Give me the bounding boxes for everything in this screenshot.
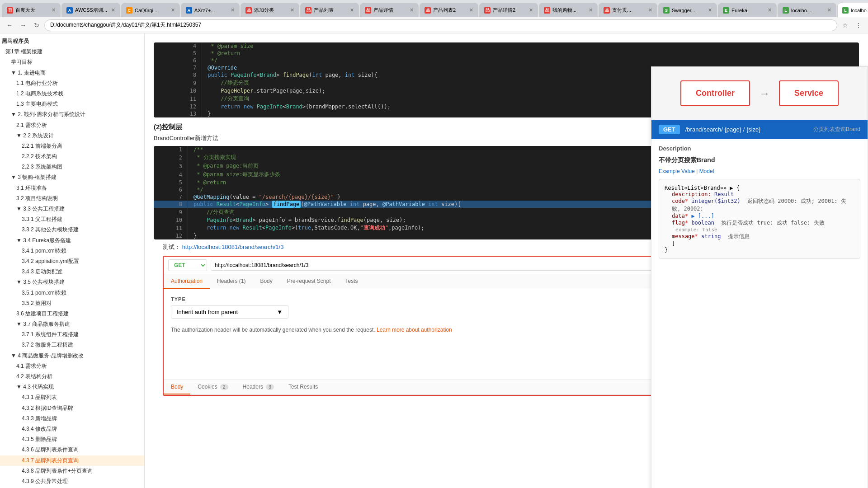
tab-close-product-detail[interactable]: ✕	[410, 7, 414, 13]
tab-eureka[interactable]: E Eureka ✕	[718, 3, 777, 17]
tab-close-baidu[interactable]: ✕	[52, 7, 56, 13]
sidebar-item-code-impl[interactable]: ▼ 4.3 代码实现	[0, 382, 144, 392]
bookmark-button[interactable]: ☆	[839, 19, 851, 31]
sidebar-item-sysarch[interactable]: 2.2.3 系统架构图	[0, 162, 144, 172]
sidebar-header: 黑马程序员	[0, 36, 144, 47]
type-select-bar[interactable]: Inherit auth from parent ▼	[171, 305, 288, 319]
sidebar-item-common[interactable]: ▼ 3.3 公共工程搭建	[0, 204, 144, 214]
test-url-link[interactable]: http://localhost:18081/brand/search/1/3	[182, 244, 284, 250]
tab-awcss[interactable]: A AWCSS培训... ✕	[61, 3, 120, 17]
sidebar-item-microservice-eng[interactable]: 3.7.2 微服务工程搭建	[0, 340, 144, 350]
controller-box[interactable]: Controller	[680, 80, 750, 106]
sidebar-item-policy[interactable]: 3.5.2 策用对	[0, 298, 144, 309]
tab-caq[interactable]: C CaQ0rqi... ✕	[121, 3, 180, 17]
sidebar-item-tech[interactable]: 1.2 电商系统技术栈	[0, 89, 144, 99]
schema-fields: description: Result code* integer($int32…	[672, 191, 854, 247]
tab-add-cat[interactable]: 品 添加分类 ✕	[241, 3, 299, 17]
example-value-link[interactable]: Example Value	[659, 168, 695, 174]
sidebar-item-modes[interactable]: 1.3 主要电商模式	[0, 99, 144, 109]
sidebar-item-industry[interactable]: 1.1 电商行业分析	[0, 78, 144, 89]
tab-tests[interactable]: Tests	[338, 274, 365, 289]
sidebar-item-other-modules[interactable]: 3.3.2 其他公共模块搭建	[0, 225, 144, 235]
tab-localhost1[interactable]: L localho... ✕	[778, 3, 836, 17]
sidebar-item-product-service[interactable]: ▼ 3.7 商品微服务搭建	[0, 319, 144, 329]
sidebar-item-brand-page[interactable]: 4.3.7 品牌列表分页查询	[0, 455, 144, 466]
tab-pay[interactable]: 品 支付页... ✕	[599, 3, 657, 17]
sidebar-item-brand-crud[interactable]: ▼ 4 商品微服务-品牌增删改改	[0, 351, 144, 361]
back-button[interactable]: ←	[4, 19, 15, 31]
sidebar-item-frontend[interactable]: 2.2.1 前端架分离	[0, 141, 144, 151]
tab-product-list[interactable]: 品 产品列表 ✕	[300, 3, 359, 17]
sidebar-item-pom1[interactable]: 3.4.1 pom.xml依赖	[0, 246, 144, 256]
sidebar-item-framework[interactable]: ▼ 3 畅购-框架搭建	[0, 172, 144, 183]
sidebar-item-common2[interactable]: ▼ 3.5 公共模块搭建	[0, 277, 144, 287]
sidebar-item-parent[interactable]: 3.3.1 父工程搭建	[0, 214, 144, 225]
tab-body[interactable]: Body	[253, 274, 279, 289]
sidebar-item-env[interactable]: 3.1 环境准备	[0, 183, 144, 193]
sidebar-item-req-analysis[interactable]: 4.1 需求分析	[0, 361, 144, 371]
tab-product-detail[interactable]: 品 产品详情 ✕	[360, 3, 419, 17]
sidebar-item-delete-brand[interactable]: 4.3.5 删除品牌	[0, 434, 144, 445]
tab-cart[interactable]: 品 我的购物... ✕	[539, 3, 598, 17]
service-box[interactable]: Service	[779, 80, 839, 106]
tab-localhost2[interactable]: L localho... ✕	[837, 3, 868, 17]
auth-learn-more-link[interactable]: Learn more about authorization	[377, 327, 452, 333]
tab-close-product-list[interactable]: ✕	[350, 7, 354, 13]
tab-close-product-list2[interactable]: ✕	[469, 7, 473, 13]
sidebar-item-pom2[interactable]: 3.5.1 pom.xml依赖	[0, 288, 144, 298]
sidebar-item-chapter1[interactable]: 第1章 框架接建	[0, 47, 144, 57]
address-input[interactable]	[44, 19, 837, 31]
refresh-button[interactable]: ↻	[31, 19, 42, 31]
sidebar-item-yml1[interactable]: 3.4.2 appliation.yml配置	[0, 256, 144, 267]
sidebar-item-techarch[interactable]: 2.2.2 技术架构	[0, 151, 144, 162]
tab-close-add-cat[interactable]: ✕	[290, 7, 294, 13]
tab-pre-request[interactable]: Pre-request Script	[280, 274, 338, 289]
sidebar-item-project-build[interactable]: 3.6 故建项目工程搭建	[0, 309, 144, 319]
bottom-tab-test-results[interactable]: Test Results	[281, 380, 325, 394]
sidebar-item-goal[interactable]: 学习目标	[0, 57, 144, 67]
tab-close-localhost1[interactable]: ✕	[827, 7, 831, 13]
tab-close-caq[interactable]: ✕	[171, 7, 175, 13]
headers-badge: 3	[266, 384, 274, 390]
model-link[interactable]: Model	[699, 168, 714, 174]
bottom-tab-headers[interactable]: Headers 3	[236, 380, 281, 394]
tab-swagger[interactable]: S Swagger... ✕	[658, 3, 717, 17]
sidebar-item-brand-list[interactable]: 4.3.1 品牌列表	[0, 392, 144, 403]
tab-close-product-detail2[interactable]: ✕	[529, 7, 533, 13]
method-select[interactable]: GET POST PUT DELETE	[168, 259, 207, 271]
tab-product-detail2[interactable]: 品 产品详情2 ✕	[479, 3, 538, 17]
bottom-tab-cookies[interactable]: Cookies 2	[190, 380, 235, 394]
sidebar-item-startup1[interactable]: 3.4.3 启动类配置	[0, 267, 144, 277]
tab-product-list2[interactable]: 品 产品列表2 ✕	[420, 3, 478, 17]
sidebar-item-projstruct[interactable]: 3.2 项目结构说明	[0, 193, 144, 204]
sidebar-item-brand-condition[interactable]: 4.3.6 品牌列表条件查询	[0, 445, 144, 455]
sidebar-item-requirements[interactable]: 2.1 需求分析	[0, 120, 144, 131]
sidebar-item-ecommerce[interactable]: ▼ 1. 走进电商	[0, 68, 144, 78]
tab-close-axrz[interactable]: ✕	[231, 7, 235, 13]
tab-authorization[interactable]: Authorization	[164, 274, 210, 289]
tab-headers[interactable]: Headers (1)	[210, 274, 253, 289]
sidebar-item-eureka[interactable]: ▼ 3.4 Eureka服务搭建	[0, 235, 144, 246]
sidebar-item-table-analysis[interactable]: 4.2 表结构分析	[0, 371, 144, 382]
tab-close-awcss[interactable]: ✕	[111, 7, 115, 13]
bottom-tab-body[interactable]: Body	[164, 380, 190, 394]
tab-close-cart[interactable]: ✕	[589, 7, 593, 13]
tab-close-eureka[interactable]: ✕	[768, 7, 772, 13]
sidebar-item-exception-handling[interactable]: 4.3.9 公共异常处理	[0, 476, 144, 487]
tab-close-pay[interactable]: ✕	[648, 7, 652, 13]
sidebar-item-brand-page-condition[interactable]: 4.3.8 品牌列表条件+分页查询	[0, 466, 144, 476]
expand-icon[interactable]: ▶ [...]	[691, 213, 714, 219]
tab-axrz[interactable]: A AXrz7+... ✕	[181, 3, 240, 17]
sidebar-item-edit-brand[interactable]: 4.3.4 修改品牌	[0, 424, 144, 434]
tab-baidu[interactable]: 百 百度天天 ✕	[2, 3, 61, 17]
sidebar-item-sysdesign[interactable]: ▼ 2.2 系统设计	[0, 131, 144, 141]
tab-close-swagger[interactable]: ✕	[708, 7, 712, 13]
sidebar-item-brand-by-id[interactable]: 4.3.2 根据ID查询品牌	[0, 403, 144, 413]
tab-label-axrz: AXrz7+...	[194, 8, 215, 13]
sidebar-item-analysis-design[interactable]: ▼ 2. 鞍列-需求分析与系统设计	[0, 109, 144, 120]
sidebar-item-system-eng[interactable]: 3.7.1 系统组件工程搭建	[0, 329, 144, 340]
settings-button[interactable]: ⋮	[853, 19, 864, 31]
forward-button[interactable]: →	[17, 19, 29, 31]
tab-favicon-axrz: A	[186, 7, 192, 14]
sidebar-item-add-brand[interactable]: 4.3.3 新增品牌	[0, 413, 144, 424]
